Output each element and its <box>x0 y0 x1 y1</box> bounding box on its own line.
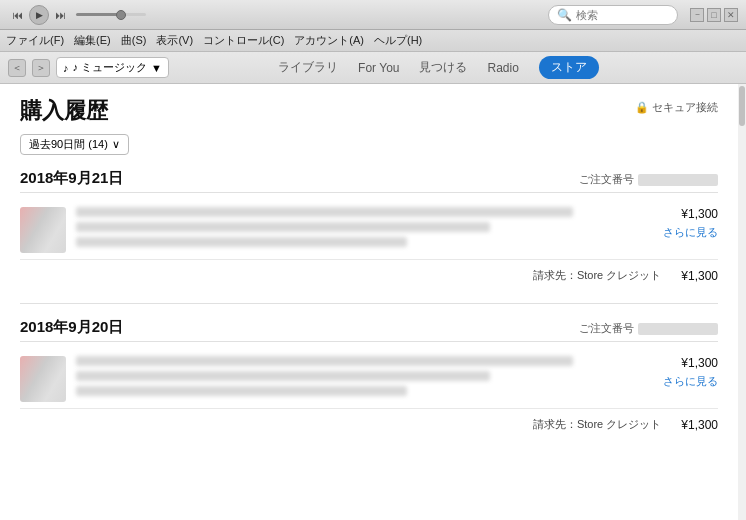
period-arrow-icon: ∨ <box>112 138 120 151</box>
menu-controls[interactable]: コントロール(C) <box>203 33 284 48</box>
item-price-1: ¥1,300 <box>638 207 718 221</box>
secure-label: セキュア接続 <box>652 100 718 115</box>
title-bar: ⏮ ▶ ⏭ 🔍 － □ ✕ <box>0 0 746 30</box>
order-date-row-2: 2018年9月20日 ご注文番号 <box>20 318 718 342</box>
order-number-badge-2 <box>638 323 718 335</box>
item-title-blurred-2 <box>76 356 573 366</box>
billing-total-1: ¥1,300 <box>681 269 718 283</box>
search-icon: 🔍 <box>557 8 572 22</box>
item-subtitle-blurred-1 <box>76 222 490 232</box>
tab-store[interactable]: ストア <box>539 56 599 79</box>
search-input[interactable] <box>576 9 676 21</box>
order-number-badge-1 <box>638 174 718 186</box>
billing-label-2: 請求先：Store クレジット <box>533 417 661 432</box>
order-section-1: 2018年9月21日 ご注文番号 ¥1,300 さらに見る <box>20 169 718 291</box>
billing-label-1: 請求先：Store クレジット <box>533 268 661 283</box>
menu-help[interactable]: ヘルプ(H) <box>374 33 422 48</box>
tab-library[interactable]: ライブラリ <box>278 59 338 76</box>
tab-radio[interactable]: Radio <box>487 61 518 75</box>
item-price-col-1: ¥1,300 さらに見る <box>638 207 718 253</box>
item-title-blurred-1 <box>76 207 573 217</box>
menu-file[interactable]: ファイル(F) <box>6 33 64 48</box>
nav-tabs: ライブラリ For You 見つける Radio ストア <box>175 56 702 79</box>
order-number-label-1: ご注文番号 <box>579 172 634 187</box>
forward-button[interactable]: ＞ <box>32 59 50 77</box>
volume-slider[interactable] <box>76 13 146 16</box>
secure-connection: 🔒 セキュア接続 <box>635 100 718 115</box>
item-more-link-1[interactable]: さらに見る <box>638 225 718 240</box>
order-number-label-2: ご注文番号 <box>579 321 634 336</box>
billing-total-2: ¥1,300 <box>681 418 718 432</box>
menu-account[interactable]: アカウント(A) <box>294 33 364 48</box>
menu-view[interactable]: 表示(V) <box>156 33 193 48</box>
main-content: 購入履歴 🔒 セキュア接続 過去90日間 (14) ∨ 2018年9月21日 ご… <box>0 84 746 520</box>
item-price-2: ¥1,300 <box>638 356 718 370</box>
playback-controls: ⏮ ▶ ⏭ <box>12 5 146 25</box>
search-bar[interactable]: 🔍 <box>548 5 678 25</box>
music-selector-label: ♪ ミュージック <box>73 60 148 75</box>
menu-song[interactable]: 曲(S) <box>121 33 147 48</box>
scrollbar-thumb <box>739 86 745 126</box>
section-divider <box>20 303 718 304</box>
order-number-row-1: ご注文番号 <box>579 172 718 187</box>
menu-edit[interactable]: 編集(E) <box>74 33 111 48</box>
nav-bar: ＜ ＞ ♪ ♪ ミュージック ▼ ライブラリ For You 見つける Radi… <box>0 52 746 84</box>
music-selector-arrow: ▼ <box>151 62 162 74</box>
item-thumbnail-2 <box>20 356 66 402</box>
period-selector[interactable]: 過去90日間 (14) ∨ <box>20 134 129 155</box>
tab-discover[interactable]: 見つける <box>419 59 467 76</box>
fast-forward-button[interactable]: ⏭ <box>55 9 66 21</box>
order-item-1: ¥1,300 さらに見る <box>20 201 718 259</box>
item-thumb-inner-2 <box>20 356 66 402</box>
item-meta-blurred-2 <box>76 386 407 396</box>
back-button[interactable]: ＜ <box>8 59 26 77</box>
scrollbar[interactable] <box>738 84 746 520</box>
period-label: 過去90日間 (14) <box>29 137 108 152</box>
billing-row-2: 請求先：Store クレジット ¥1,300 <box>20 408 718 440</box>
music-selector[interactable]: ♪ ♪ ミュージック ▼ <box>56 57 169 78</box>
order-number-row-2: ご注文番号 <box>579 321 718 336</box>
order-date-2: 2018年9月20日 <box>20 318 123 337</box>
order-date-1: 2018年9月21日 <box>20 169 123 188</box>
item-details-1 <box>76 207 628 253</box>
tab-for-you[interactable]: For You <box>358 61 399 75</box>
order-item-2: ¥1,300 さらに見る <box>20 350 718 408</box>
billing-row-1: 請求先：Store クレジット ¥1,300 <box>20 259 718 291</box>
item-meta-blurred-1 <box>76 237 407 247</box>
close-button[interactable]: ✕ <box>724 8 738 22</box>
play-button[interactable]: ▶ <box>29 5 49 25</box>
item-more-link-2[interactable]: さらに見る <box>638 374 718 389</box>
order-date-row-1: 2018年9月21日 ご注文番号 <box>20 169 718 193</box>
order-section-2: 2018年9月20日 ご注文番号 ¥1,300 さらに見る <box>20 318 718 440</box>
music-note-icon: ♪ <box>63 62 69 74</box>
menu-bar: ファイル(F) 編集(E) 曲(S) 表示(V) コントロール(C) アカウント… <box>0 30 746 52</box>
window-buttons: － □ ✕ <box>690 8 738 22</box>
item-thumb-inner-1 <box>20 207 66 253</box>
rewind-button[interactable]: ⏮ <box>12 9 23 21</box>
minimize-button[interactable]: － <box>690 8 704 22</box>
page-inner: 購入履歴 🔒 セキュア接続 過去90日間 (14) ∨ 2018年9月21日 ご… <box>0 84 746 464</box>
item-details-2 <box>76 356 628 402</box>
item-subtitle-blurred-2 <box>76 371 490 381</box>
volume-thumb <box>116 10 126 20</box>
item-price-col-2: ¥1,300 さらに見る <box>638 356 718 402</box>
item-thumbnail-1 <box>20 207 66 253</box>
lock-icon: 🔒 <box>635 101 649 114</box>
page-header: 購入履歴 🔒 セキュア接続 <box>20 96 718 126</box>
page-title: 購入履歴 <box>20 96 108 126</box>
maximize-button[interactable]: □ <box>707 8 721 22</box>
